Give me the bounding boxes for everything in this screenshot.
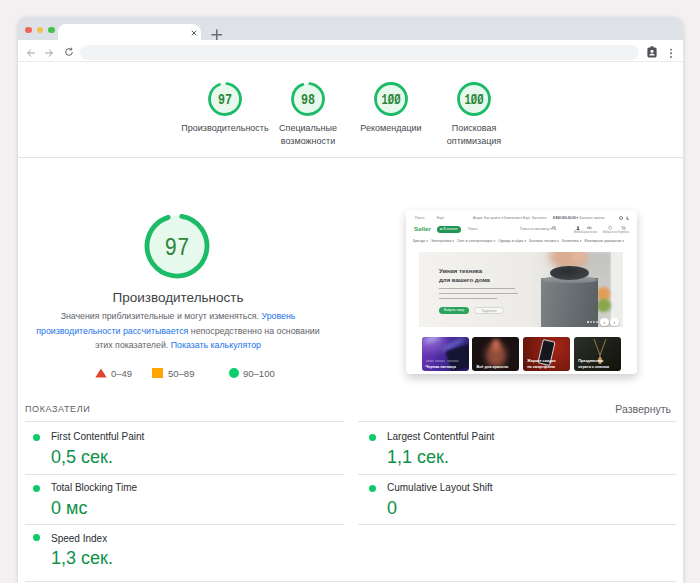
svg-text:97: 97: [218, 91, 232, 108]
svg-text:97: 97: [164, 234, 189, 262]
svg-text:1ØØ: 1ØØ: [465, 90, 484, 107]
svg-text:1ØØ: 1ØØ: [382, 90, 401, 107]
svg-text:98: 98: [301, 91, 315, 108]
